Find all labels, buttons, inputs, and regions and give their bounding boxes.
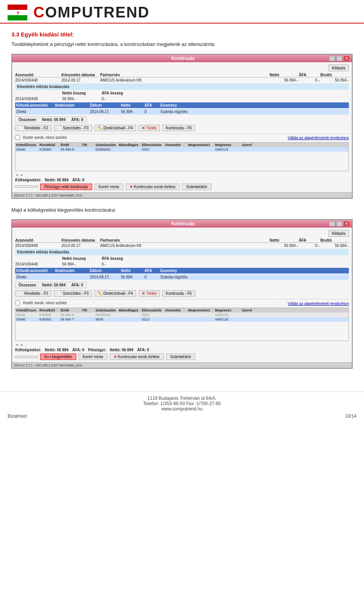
window2-controls[interactable]: _ □ ✕ [329,221,350,226]
kontirozas-btn-1[interactable]: Kontírozás - F5 [162,125,195,131]
footer-website: www.computrend.hu [8,406,356,412]
direkt-btn-2[interactable]: ✏️ Direkt.kötvall - F4 [94,290,136,297]
w2-netto2-header: Nettó [121,269,144,273]
kvkiegyenlites-btn[interactable]: Kv-i kiegyenlítés [40,354,76,360]
empty-btn-1[interactable] [15,185,38,188]
kontir-table-2: KötvállAzon. Rovatkód Érték T/K Számlasz… [15,308,349,341]
netto2-header: Nettó [121,103,144,107]
window2-titlebar: Kontírozás _ □ ✕ [12,220,352,228]
w2-netto-val: 56 894.- [270,244,298,248]
win2-minimize-btn[interactable]: _ [329,221,335,226]
w2-kontir-checkbox-row: Kontír sorok, nincs szűrés [15,300,67,305]
doc-icon: 📄 [19,126,23,130]
kontirozas-btn-2[interactable]: Kontírozás - F5 [162,290,195,297]
w2-td-megnevez-2: AMICUS [215,318,242,321]
th-ellenszamla: Ellenszámla [142,143,165,147]
rendeles-btn-1[interactable]: 📄 Rendelés - F2 [15,125,52,131]
w2-iktatoszam-header: Iktatószám [55,269,89,273]
win2-maximize-btn[interactable]: □ [336,221,342,226]
koveteles-section: Követelés előírás kiválasztás [15,83,349,90]
window1-controls[interactable]: _ □ ✕ [329,56,350,61]
logo-text: COMPUTREND [33,4,150,21]
th-atvezetes: Átvezetés [165,143,188,147]
szerzodes-btn-1[interactable]: 📄 Szerződés - F3 [54,125,92,131]
w2-kontir-checkbox[interactable] [15,300,20,305]
win2-close-btn[interactable]: ✕ [344,221,350,226]
netto-osszeg-val: 56 894.- [62,97,100,101]
szamlatukor-btn-2[interactable]: Számlatükör [166,354,196,360]
koltsegvetes-label-1: Költségvetési: [15,178,41,182]
partnernev-val: AMICUS Antikvárium Kft. [100,78,269,82]
w2-koveteles-section: Követelés előírás kiválasztás [15,249,349,255]
window1-title: Kontírozás [171,56,195,61]
th-tk: T/K [82,143,95,147]
w2-brutto-val: 56 894.- [320,244,349,248]
torles-btn-1[interactable]: ✕ Törlés [138,125,160,131]
kontirozasi-sorok-btn-2[interactable]: ✕ Kontírozási sorok törlése [110,354,164,360]
doc-icon2: 📄 [57,126,62,130]
szamlatukor-btn-1[interactable]: Számlatükör [182,184,212,190]
win-maximize-btn[interactable]: □ [336,56,342,61]
td-rovatkod-1: K35500 [39,148,60,151]
w2-partnernev-label: Partnernév [100,238,269,243]
afa-osszeg-val: 0.- [102,97,140,101]
rendeles-btn-2[interactable]: 📄 Rendelés - F2 [15,290,52,297]
w2-th-kotvall: KötvállAzon. [16,308,39,312]
szerzodes-btn-2[interactable]: 📄 Szerződés - F3 [54,290,92,297]
penzugyi-netto-btn[interactable]: Pénzügyi nettó kontírozás [40,184,92,190]
empty-btn-2[interactable] [15,356,38,358]
w2-kotvall-azon-header: Kötváll.azonosító [16,269,54,273]
osszesen-netto: Nettó: 56 894 [42,118,66,122]
between-text: Majd a költségvetési kiegyenlítés kontír… [11,206,353,214]
konyv-datum-val: 2014.09.17. [61,78,99,82]
w2-afa-label: ÁFA [299,238,320,243]
w2-td-masodlagos-1 [119,313,141,317]
kontir-minta-btn-1[interactable]: Kontír minta [94,184,123,190]
valtas-label[interactable]: Váltás az alapértémérett rendezésre [288,136,349,140]
konyv-datum-label: Könyvelés dátuma [61,73,99,77]
w2-td-atvezetes-1 [165,313,188,317]
direkt-btn-1[interactable]: ✏️ Direkt.kötvall - F4 [94,125,136,131]
w2-netto2-val: 56 894 [121,275,144,279]
esemeny-header: Esemény [160,103,348,107]
w2-osszesen-netto: Nettó: 56 894 [42,283,66,287]
partnernev-label: Partnernév [100,73,269,77]
w2-osszesen-label: Összesen [19,283,36,287]
footer-phone: Telefon: 1/353-96-50 Fax :1/700-27-85 [8,401,356,406]
kontirozasi-sorok-btn-1[interactable]: ✕ Kontírozási sorok törlése [126,184,180,190]
footer-confidential: Bizalmas! [8,413,27,419]
w2-partnernev-val: AMICUS Antikvárium Kft [100,244,269,248]
w2-td-szamlaszam-1: 05355002 [96,313,118,317]
w2-esemeny-val: Számla rögzítés [160,275,348,279]
w2-td-megnevezes1-1 [188,313,215,317]
kontir-checkbox[interactable] [15,135,20,140]
kileps-button-1[interactable]: Kilépés [328,64,349,71]
w2-td-ertek-2: 56 894 T [61,318,82,321]
th-szervl: Szervl [242,143,257,147]
w2-azonosito-label: Azonosító [15,238,61,243]
w2-td-szervl-1 [242,313,257,317]
td-ertek-1: 56 894-K [61,148,82,151]
window1: Kontírozás _ □ ✕ Kilépés Azonosító Könyv… [11,54,353,199]
w2-td-kotvall-1: Direkt [16,313,39,317]
th-masodlagos: Másodlagos [119,143,141,147]
x-icon-3: ✕ [142,291,145,295]
w2-table-row-2: Direkt K35500 56 894 T 8439 4213 AMICUS [16,317,348,322]
bottom-buttons-1: Pénzügyi nettó kontírozás Kontír minta ✕… [15,184,349,190]
table-header-2: KötvállAzon. Rovatkód Érték T/K Számlasz… [16,308,348,313]
kontir-minta-btn-2[interactable]: Kontír minta [78,354,107,360]
kontir-sorok-label: Kontír sorok, nincs szűrés [23,135,67,140]
kileps-button-2[interactable]: Kilépés [328,230,349,237]
esemeny-val: Számla rögzítés [160,110,348,114]
win-minimize-btn[interactable]: _ [329,56,335,61]
torles-btn-2[interactable]: ✕ Törlés [138,290,160,297]
w2-brutto-label: Bruttó [320,238,349,243]
w2-valtas-label[interactable]: Váltás az alapértémérett rendezésre [288,302,349,306]
w2-td-atvezetes-2 [165,318,188,321]
id2-val: 2014/X00448 [15,97,61,101]
w2-td-megnevezes1-2 [188,318,215,321]
w2-koltsegvetes-netto: Nettó: 56 894 [45,348,68,352]
w2-afa2-val: 0 [144,275,160,279]
win-close-btn[interactable]: ✕ [344,56,350,61]
w2-td-megnevez-1: AMICUS [215,313,242,317]
